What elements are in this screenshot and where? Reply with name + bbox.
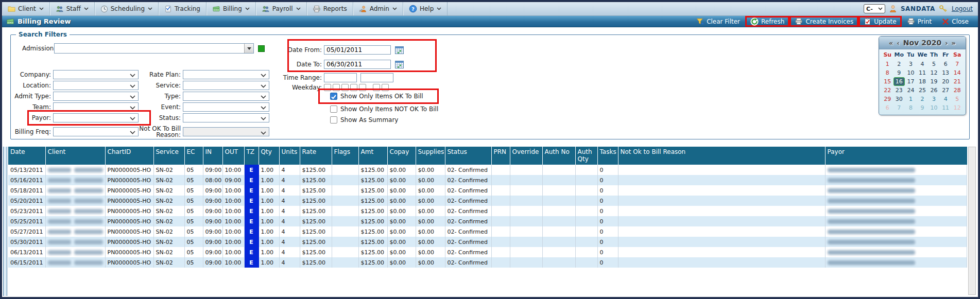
filter-select-not-ok-to-bill-reason[interactable] xyxy=(183,127,269,136)
weekday-checkbox-1[interactable] xyxy=(324,84,331,91)
column-header-supplies[interactable]: Supplies xyxy=(416,147,445,165)
column-header-client[interactable]: Client xyxy=(45,147,105,165)
calendar-day[interactable]: 2 xyxy=(893,60,905,68)
menu-item-tracking[interactable]: Tracking xyxy=(159,2,207,15)
calendar-day[interactable]: 6 xyxy=(940,60,952,68)
show-only-items-not-ok-to-bill-checkbox[interactable] xyxy=(330,105,337,113)
clear-filter-button[interactable]: Clear Filter xyxy=(691,16,745,27)
column-header-tasks[interactable]: Tasks xyxy=(597,147,618,165)
column-header-auth-qty[interactable]: Auth Qty xyxy=(575,147,597,165)
calendar-day[interactable]: 9 xyxy=(917,103,929,112)
table-row[interactable]: 05/23/2011PN0000005-HOSN-020509:0010:00E… xyxy=(8,206,967,216)
column-header-units[interactable]: Units xyxy=(279,147,300,165)
calendar-day[interactable]: 2 xyxy=(917,95,929,103)
calendar-day[interactable]: 4 xyxy=(940,95,952,103)
show-as-summary-checkbox[interactable] xyxy=(330,116,337,124)
weekday-checkbox-7[interactable] xyxy=(382,84,389,91)
calendar-day[interactable]: 19 xyxy=(928,77,940,86)
calendar-day[interactable]: 20 xyxy=(940,77,952,86)
column-header-copay[interactable]: Copay xyxy=(387,147,416,165)
filter-select-admit-type[interactable] xyxy=(53,92,139,101)
filter-select-service[interactable] xyxy=(183,81,269,90)
table-row[interactable]: 05/16/2011PN0000005-HOSN-020508:0009:00E… xyxy=(8,175,967,185)
calendar-day[interactable]: 18 xyxy=(917,77,929,86)
table-row[interactable]: 06/15/2011PN0000005-HOSN-020509:0010:00E… xyxy=(8,257,967,268)
menu-item-billing[interactable]: Billing xyxy=(207,2,256,15)
calendar-day[interactable]: 14 xyxy=(951,68,963,77)
filter-select-location[interactable] xyxy=(53,81,139,90)
date-to-input[interactable] xyxy=(324,60,391,69)
column-header-tz[interactable]: TZ xyxy=(244,147,259,165)
table-row[interactable]: 06/13/2011PN0000005-HOSN-020509:0010:00E… xyxy=(8,247,967,257)
column-header-flags[interactable]: Flags xyxy=(332,147,358,165)
calendar-day[interactable]: 23 xyxy=(893,86,905,95)
calendar-day[interactable]: 3 xyxy=(928,95,940,103)
calendar-day[interactable]: 17 xyxy=(905,77,917,86)
calendar-day[interactable]: 12 xyxy=(951,103,963,112)
filter-select-payor[interactable] xyxy=(53,113,139,122)
company-code-select[interactable]: C- xyxy=(864,4,885,13)
filter-select-event[interactable] xyxy=(183,102,269,112)
calendar-day[interactable]: 8 xyxy=(882,68,893,77)
column-header-ec[interactable]: EC xyxy=(184,147,203,165)
table-row[interactable]: 05/13/2011PN0000005-HOSN-020509:0010:00E… xyxy=(8,165,967,175)
calendar-day[interactable]: 7 xyxy=(951,60,963,68)
calendar-day[interactable]: 5 xyxy=(928,60,940,68)
column-header-payor[interactable]: Payor xyxy=(825,147,967,165)
column-header-in[interactable]: IN xyxy=(203,147,222,165)
logout-link[interactable]: Logout xyxy=(952,5,973,12)
refresh-button[interactable]: Refresh xyxy=(745,16,789,27)
calendar-day[interactable]: 25 xyxy=(917,86,929,95)
calendar-day[interactable]: 26 xyxy=(928,86,940,95)
calendar-day[interactable]: 21 xyxy=(951,77,963,86)
weekday-checkbox-2[interactable] xyxy=(333,84,340,91)
menu-item-payroll[interactable]: Payroll xyxy=(256,2,307,15)
calendar-day[interactable]: 7 xyxy=(893,103,905,112)
calendar-next-year-icon[interactable]: » xyxy=(952,40,956,46)
menu-item-help[interactable]: ?Help xyxy=(403,2,448,15)
create-invoices-button[interactable]: Create Invoices xyxy=(789,16,858,27)
weekday-checkbox-3[interactable] xyxy=(341,84,349,91)
filter-select-status[interactable] xyxy=(183,113,269,122)
calendar-day[interactable]: 28 xyxy=(951,86,963,95)
date-to-calendar-icon[interactable] xyxy=(395,61,404,68)
calendar-day[interactable]: 9 xyxy=(893,68,905,77)
column-header-auth-no[interactable]: Auth No xyxy=(542,147,575,165)
column-header-amt[interactable]: Amt xyxy=(358,147,387,165)
calendar-day[interactable]: 10 xyxy=(905,68,917,77)
calendar-day[interactable]: 15 xyxy=(882,77,893,86)
menu-item-scheduling[interactable]: Scheduling xyxy=(95,2,159,15)
filter-select-billing-freq[interactable] xyxy=(53,127,139,136)
table-row[interactable]: 05/30/2011PN0000005-HOSN-020509:0010:00E… xyxy=(8,237,967,247)
table-row[interactable]: 05/25/2011PN0000005-HOSN-020509:0010:00E… xyxy=(8,216,967,226)
table-row[interactable]: 05/20/2011PN0000005-HOSN-020509:0010:00E… xyxy=(8,196,967,206)
filter-select-company[interactable] xyxy=(53,70,139,79)
column-header-prn[interactable]: PRN xyxy=(491,147,510,165)
calendar-day[interactable]: 30 xyxy=(893,95,905,103)
calendar-day[interactable]: 24 xyxy=(905,86,917,95)
calendar-day[interactable]: 11 xyxy=(940,103,952,112)
calendar-next-month-icon[interactable]: › xyxy=(945,40,948,46)
time-range-to-input[interactable] xyxy=(360,73,393,82)
calendar-day[interactable]: 13 xyxy=(940,68,952,77)
filter-select-rate-plan[interactable] xyxy=(183,70,269,79)
calendar-day[interactable]: 5 xyxy=(951,95,963,103)
calendar-prev-month-icon[interactable]: ‹ xyxy=(897,40,899,46)
update-button[interactable]: Update xyxy=(858,16,901,27)
weekday-checkbox-4[interactable] xyxy=(350,84,357,91)
calendar-day-selected[interactable]: 16 xyxy=(893,77,905,86)
column-header-chartid[interactable]: ChartID xyxy=(105,147,153,165)
calendar-day[interactable]: 27 xyxy=(940,86,952,95)
menu-item-admin[interactable]: Admin xyxy=(353,2,403,15)
menu-item-staff[interactable]: Staff xyxy=(50,2,95,15)
calendar-day[interactable]: 3 xyxy=(905,60,917,68)
calendar-day[interactable]: 12 xyxy=(928,68,940,77)
column-header-override[interactable]: Override xyxy=(510,147,542,165)
calendar-day[interactable]: 22 xyxy=(882,86,893,95)
column-header-status[interactable]: Status xyxy=(445,147,491,165)
table-row[interactable]: 05/18/2011PN0000005-HOSN-020509:0010:00E… xyxy=(8,185,967,196)
admission-combobox[interactable] xyxy=(54,43,254,54)
calendar-day[interactable]: 29 xyxy=(882,95,893,103)
print-button[interactable]: Print xyxy=(902,16,937,27)
calendar-day[interactable]: 11 xyxy=(917,68,929,77)
